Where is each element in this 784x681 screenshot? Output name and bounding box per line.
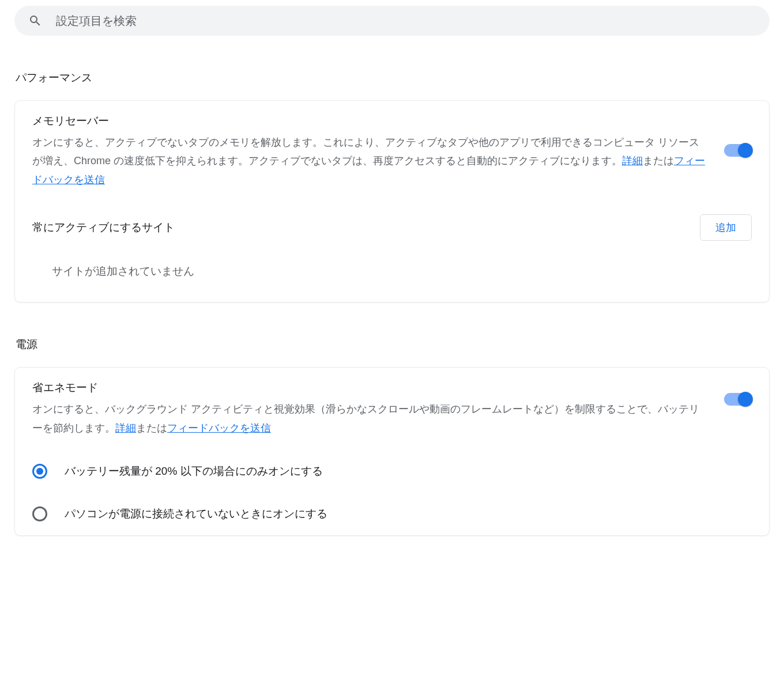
energy-saver-detail-link[interactable]: 詳細 [115, 422, 136, 434]
search-bar[interactable] [14, 6, 770, 36]
radio-option-unplugged[interactable]: パソコンが電源に接続されていないときにオンにする [15, 493, 769, 535]
radio-unselected-icon[interactable] [32, 506, 47, 521]
radio-label-battery-low: バッテリー残量が 20% 以下の場合にのみオンにする [65, 464, 323, 479]
search-input[interactable] [56, 14, 756, 28]
no-sites-message: サイトが追加されていません [15, 254, 769, 302]
memory-saver-or-text: または [643, 155, 674, 167]
performance-section-title: パフォーマンス [14, 70, 770, 85]
memory-saver-heading: メモリセーバー [32, 114, 707, 128]
memory-saver-text: メモリセーバー オンにすると、アクティブでないタブのメモリを解放します。これによ… [32, 114, 707, 189]
memory-saver-detail-link[interactable]: 詳細 [622, 155, 643, 167]
search-icon [28, 14, 42, 28]
performance-card: メモリセーバー オンにすると、アクティブでないタブのメモリを解放します。これによ… [14, 100, 770, 302]
energy-saver-feedback-link[interactable]: フィードバックを送信 [167, 422, 271, 434]
energy-saver-heading: 省エネモード [32, 380, 707, 395]
energy-saver-or-text: または [136, 422, 167, 434]
power-section-title: 電源 [14, 337, 770, 352]
memory-saver-toggle[interactable] [724, 144, 752, 157]
add-site-button[interactable]: 追加 [700, 214, 752, 241]
radio-label-unplugged: パソコンが電源に接続されていないときにオンにする [65, 506, 327, 521]
active-sites-row: 常にアクティブにするサイト 追加 [15, 202, 769, 254]
memory-saver-desc: オンにすると、アクティブでないタブのメモリを解放します。これにより、アクティブな… [32, 133, 707, 189]
toggle-knob [738, 143, 753, 158]
energy-saver-desc: オンにすると、バックグラウンド アクティビティと視覚効果（滑らかなスクロールや動… [32, 400, 707, 437]
radio-selected-icon[interactable] [32, 464, 47, 479]
memory-saver-desc-text: オンにすると、アクティブでないタブのメモリを解放します。これにより、アクティブな… [32, 137, 699, 167]
energy-saver-toggle[interactable] [724, 393, 752, 406]
memory-saver-row: メモリセーバー オンにすると、アクティブでないタブのメモリを解放します。これによ… [15, 101, 769, 202]
radio-option-battery-low[interactable]: バッテリー残量が 20% 以下の場合にのみオンにする [15, 450, 769, 493]
power-card: 省エネモード オンにすると、バックグラウンド アクティビティと視覚効果（滑らかな… [14, 367, 770, 536]
energy-saver-row: 省エネモード オンにすると、バックグラウンド アクティビティと視覚効果（滑らかな… [15, 368, 769, 450]
energy-saver-text: 省エネモード オンにすると、バックグラウンド アクティビティと視覚効果（滑らかな… [32, 380, 707, 437]
toggle-knob [738, 392, 753, 407]
active-sites-label: 常にアクティブにするサイト [32, 220, 175, 235]
